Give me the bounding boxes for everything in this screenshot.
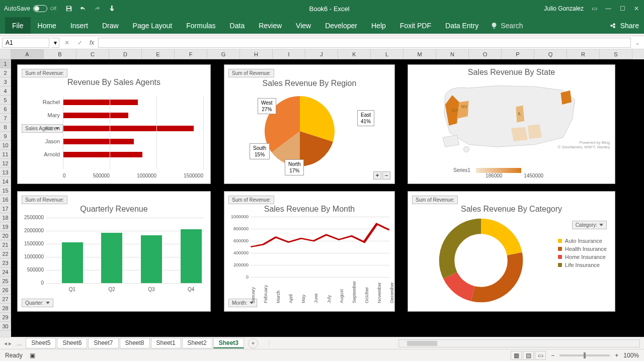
- expand-button[interactable]: +: [373, 171, 381, 179]
- column-header[interactable]: O: [469, 49, 502, 59]
- row-header[interactable]: 17: [0, 204, 11, 213]
- collapse-button[interactable]: −: [382, 171, 390, 179]
- formula-input[interactable]: [98, 38, 631, 48]
- tab-developer[interactable]: Developer: [318, 17, 364, 34]
- tab-file[interactable]: File: [5, 17, 31, 34]
- row-header[interactable]: 7: [0, 114, 11, 123]
- horizontal-scrollbar[interactable]: [398, 339, 640, 347]
- chart-revenue-by-region[interactable]: Sum of Revenue: Sales Revenue By Region …: [224, 64, 395, 184]
- chart-revenue-by-agents[interactable]: Sum of Revenue: Revenue By Sales Agents …: [17, 64, 211, 184]
- name-box[interactable]: A1: [2, 38, 49, 48]
- column-header[interactable]: A: [11, 49, 44, 59]
- row-header[interactable]: 8: [0, 123, 11, 132]
- share-button[interactable]: Share: [620, 22, 639, 30]
- row-header[interactable]: 1: [0, 59, 11, 68]
- row-header[interactable]: 25: [0, 277, 11, 286]
- zoom-out-button[interactable]: −: [551, 352, 554, 359]
- column-header[interactable]: H: [240, 49, 273, 59]
- select-all-corner[interactable]: [0, 49, 11, 59]
- name-box-dropdown[interactable]: ▾: [51, 38, 59, 48]
- sheet-tab[interactable]: Sheet8: [120, 338, 150, 348]
- row-header[interactable]: 10: [0, 141, 11, 150]
- close-icon[interactable]: ✕: [633, 5, 640, 12]
- column-header[interactable]: M: [404, 49, 436, 59]
- chart-quarterly-revenue[interactable]: Sum of Revenue: Quarterly Revenue Quarte…: [17, 191, 211, 312]
- slicer-quarter[interactable]: Quarter:: [22, 299, 53, 307]
- row-header[interactable]: 14: [0, 177, 11, 186]
- row-header[interactable]: 5: [0, 96, 11, 105]
- row-header[interactable]: 2: [0, 68, 11, 77]
- tab-review[interactable]: Review: [252, 17, 289, 34]
- zoom-level[interactable]: 100%: [623, 352, 639, 359]
- row-header[interactable]: 6: [0, 105, 11, 114]
- touch-mode-icon[interactable]: [108, 5, 115, 12]
- column-header[interactable]: L: [371, 49, 404, 59]
- row-header[interactable]: 22: [0, 249, 11, 258]
- chart-revenue-by-month[interactable]: Sum of Revenue: Sales Revenue By Month M…: [224, 191, 395, 312]
- column-header[interactable]: F: [175, 49, 207, 59]
- column-header[interactable]: D: [109, 49, 142, 59]
- tab-data[interactable]: Data: [223, 17, 252, 34]
- row-header[interactable]: 16: [0, 195, 11, 204]
- row-header[interactable]: 15: [0, 186, 11, 195]
- cancel-icon[interactable]: ✕: [61, 39, 72, 46]
- column-header[interactable]: E: [142, 49, 175, 59]
- column-header[interactable]: C: [76, 49, 109, 59]
- tell-me-search[interactable]: Search: [491, 22, 523, 30]
- tab-insert[interactable]: Insert: [63, 17, 95, 34]
- row-header[interactable]: 23: [0, 258, 11, 267]
- column-header[interactable]: I: [273, 49, 305, 59]
- maximize-icon[interactable]: ☐: [619, 5, 626, 12]
- sheet-tab[interactable]: Sheet1: [151, 338, 181, 348]
- share-icon[interactable]: [609, 22, 616, 29]
- column-header[interactable]: S: [600, 49, 632, 59]
- enter-icon[interactable]: ✓: [74, 39, 86, 46]
- sheet-tab[interactable]: Sheet2: [182, 338, 212, 348]
- sheet-tab[interactable]: Sheet7: [88, 338, 118, 348]
- tab-draw[interactable]: Draw: [95, 17, 126, 34]
- sheet-nav[interactable]: ◂ ▸: [4, 340, 12, 347]
- sheet-tab[interactable]: Sheet5: [26, 338, 56, 348]
- row-header[interactable]: 21: [0, 240, 11, 249]
- tab-data-entry[interactable]: Data Entry: [438, 17, 486, 34]
- column-header[interactable]: J: [305, 49, 338, 59]
- chart-revenue-by-category[interactable]: Sum of Revenue: Sales Revenue By Categor…: [408, 191, 615, 312]
- sheet-tab[interactable]: Sheet6: [57, 338, 87, 348]
- column-header[interactable]: B: [44, 49, 76, 59]
- row-header[interactable]: 11: [0, 150, 11, 159]
- row-header[interactable]: 19: [0, 222, 11, 231]
- column-header[interactable]: Q: [534, 49, 567, 59]
- field-button[interactable]: Sum of Revenue:: [228, 196, 274, 204]
- field-button[interactable]: Sum of Revenue:: [22, 69, 67, 77]
- row-header[interactable]: 18: [0, 213, 11, 222]
- sheets-more[interactable]: ...: [17, 340, 22, 347]
- column-header[interactable]: R: [567, 49, 600, 59]
- view-normal-icon[interactable]: ▦: [511, 351, 522, 360]
- autosave-toggle[interactable]: [33, 5, 47, 12]
- tab-page-layout[interactable]: Page Layout: [126, 17, 180, 34]
- tab-formulas[interactable]: Formulas: [179, 17, 222, 34]
- tab-help[interactable]: Help: [364, 17, 393, 34]
- save-icon[interactable]: [65, 5, 72, 12]
- add-sheet-button[interactable]: +: [248, 338, 258, 348]
- redo-icon[interactable]: [94, 5, 101, 12]
- sheet-tab[interactable]: Sheet3: [213, 338, 244, 348]
- row-header[interactable]: 3: [0, 77, 11, 86]
- row-header[interactable]: 26: [0, 286, 11, 295]
- row-header[interactable]: 30: [0, 322, 11, 331]
- column-header[interactable]: N: [436, 49, 469, 59]
- cells-canvas[interactable]: Sum of Revenue: Revenue By Sales Agents …: [11, 59, 644, 337]
- view-page-break-icon[interactable]: ▭: [535, 351, 546, 360]
- row-header[interactable]: 20: [0, 231, 11, 240]
- view-page-layout-icon[interactable]: ▤: [523, 351, 534, 360]
- chart-revenue-by-state[interactable]: Sales Revenue By State CA NV IL Po: [408, 64, 615, 184]
- row-header[interactable]: 9: [0, 132, 11, 141]
- zoom-slider[interactable]: [559, 354, 610, 356]
- row-header[interactable]: 29: [0, 313, 11, 322]
- tab-home[interactable]: Home: [31, 17, 63, 34]
- column-header[interactable]: K: [338, 49, 371, 59]
- minimize-icon[interactable]: —: [605, 5, 612, 12]
- field-button[interactable]: Sum of Revenue:: [228, 69, 274, 77]
- column-header[interactable]: P: [502, 49, 534, 59]
- undo-icon[interactable]: [79, 5, 87, 12]
